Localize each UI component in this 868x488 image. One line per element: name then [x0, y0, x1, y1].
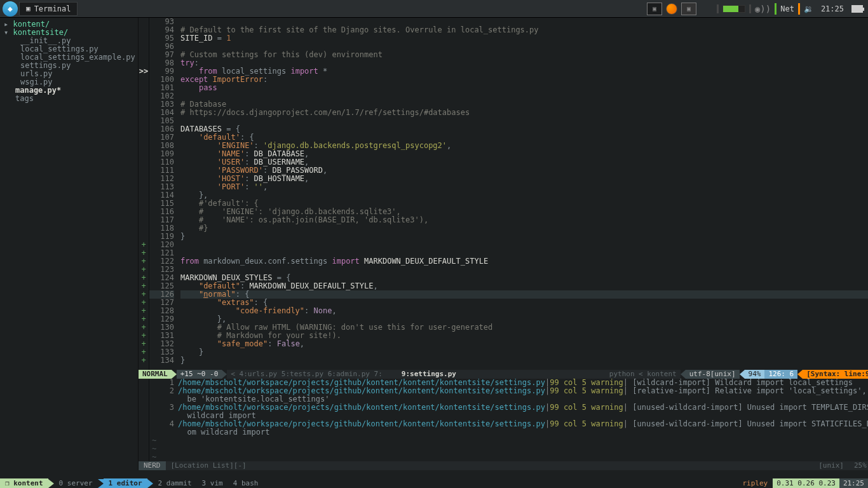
battery-icon: [851, 5, 863, 13]
app-menu-icon[interactable]: ◆: [3, 1, 18, 17]
volume-icon[interactable]: 🔉: [804, 4, 813, 13]
code-line[interactable]: except ImportError:: [180, 76, 868, 84]
syntax-warning[interactable]: [Syntax: line:99 (4)]: [803, 370, 868, 379]
mode-indicator: NORMAL: [139, 370, 172, 379]
loclist-pct: 25%: [849, 461, 868, 470]
tray-divider: [798, 3, 800, 15]
loclist-mode: NERD: [139, 461, 166, 470]
filetype-label: python < kontent: [609, 370, 677, 379]
code-line[interactable]: [180, 92, 868, 100]
code-line[interactable]: from local_settings import *: [180, 67, 868, 76]
code-line[interactable]: "default": MARKDOWN_DEUX_DEFAULT_STYLE,: [180, 282, 868, 290]
tmux-clock: 21:25: [839, 478, 868, 488]
encoding-label: utf-8[unix]: [686, 370, 740, 379]
loclist-row[interactable]: 1/home/mbscholt/workspace/projects/githu…: [139, 379, 868, 387]
code-line[interactable]: # https://docs.djangoproject.com/en/1.7/…: [180, 109, 868, 117]
inactive-buffers[interactable]: < 4:urls.py 5:tests.py 6:admin.py 7:: [231, 370, 382, 379]
code-content[interactable]: # Default to the first site of the Djang…: [178, 18, 868, 370]
code-line[interactable]: 'HOST': DB_HOSTNAME,: [180, 175, 868, 183]
tmux-session[interactable]: ❐ kontent: [0, 478, 48, 488]
desktop-taskbar: ◆ ▣ Terminal ▣ ▣ ◉)) Net 🔉 21:25: [0, 0, 868, 18]
tmux-hostname: ripley: [737, 478, 773, 488]
tmux-loadavg: 0.31 0.26 0.23: [773, 478, 839, 488]
tmux-session-icon: ❐: [5, 479, 13, 487]
code-line[interactable]: },: [180, 191, 868, 200]
code-line[interactable]: [180, 241, 868, 249]
loclist-row[interactable]: 4/home/mbscholt/workspace/projects/githu…: [139, 420, 868, 428]
code-line[interactable]: [180, 117, 868, 125]
code-editor[interactable]: >> +++++++++++++++ 939495969798991001011…: [139, 18, 868, 370]
loclist-title: [Location List][-]: [171, 461, 247, 470]
tmux-window[interactable]: 4 bash: [228, 478, 264, 488]
line-number-gutter: 9394959697989910010110210310410510610710…: [149, 18, 178, 370]
terminal-icon: ▣: [26, 4, 31, 13]
statusline: NORMAL +15 ~0 -0 < 4:urls.py 5:tests.py …: [139, 370, 868, 379]
active-buffer[interactable]: 9:settings.py: [402, 370, 456, 379]
loclist-statusline: NERD [Location List][-] [unix] 25% 1: 1: [139, 461, 868, 470]
buffer-list[interactable]: < 4:urls.py 5:tests.py 6:admin.py 7: 9:s…: [227, 370, 680, 379]
tmux-window[interactable]: 0 server: [54, 478, 98, 488]
percent-label: 94%: [745, 370, 765, 379]
line-col-label: 126: 6: [764, 370, 797, 379]
tray-divider: [775, 3, 776, 15]
taskbar-terminal-button[interactable]: ▣ Terminal: [19, 2, 78, 16]
tmux-window-list[interactable]: 0 server1 editor2 dammit3 vim4 bash: [54, 478, 264, 488]
sign-column: >> +++++++++++++++: [139, 18, 149, 370]
taskbar-terminal-label: Terminal: [34, 4, 71, 13]
code-line[interactable]: "code-friendly": None,: [180, 307, 868, 315]
code-line[interactable]: from markdown_deux.conf.settings import …: [180, 257, 868, 266]
wifi-icon[interactable]: ◉)): [755, 4, 771, 14]
git-hunks: +15 ~0 -0: [177, 370, 222, 379]
cpu-meter: [722, 5, 745, 13]
firefox-icon[interactable]: [666, 3, 677, 15]
code-line[interactable]: pass: [180, 84, 868, 92]
tray-workspace-1[interactable]: ▣: [647, 3, 662, 15]
code-line[interactable]: }: [180, 348, 868, 356]
location-list[interactable]: 1/home/mbscholt/workspace/projects/githu…: [139, 379, 868, 461]
net-label[interactable]: Net: [780, 4, 794, 13]
code-line[interactable]: DATABASES = {: [180, 125, 868, 133]
tmux-window[interactable]: 2 dammit: [153, 478, 197, 488]
code-line[interactable]: # Custom settings for this (dev) environ…: [180, 51, 868, 59]
code-line[interactable]: "normal": {: [180, 290, 868, 299]
tray-workspace-2[interactable]: ▣: [681, 3, 696, 15]
tray-separator: [749, 4, 751, 13]
tmux-statusbar: ❐ kontent 0 server1 editor2 dammit3 vim4…: [0, 478, 868, 488]
tray-separator: [717, 4, 719, 13]
code-line[interactable]: 'PORT': '',: [180, 183, 868, 191]
taskbar-clock: 21:25: [817, 4, 848, 13]
code-line[interactable]: "safe_mode": False,: [180, 340, 868, 348]
tmux-session-name: kontent: [13, 479, 43, 487]
code-line[interactable]: }: [180, 356, 868, 365]
code-line[interactable]: #}: [180, 224, 868, 233]
code-line[interactable]: SITE_ID = 1: [180, 34, 868, 43]
nerdtree-sidebar[interactable]: kontent/ kontentsite/ __init__.py local_…: [0, 18, 139, 470]
loclist-row[interactable]: 2/home/mbscholt/workspace/projects/githu…: [139, 387, 868, 395]
loclist-enc: [unix]: [813, 461, 849, 470]
tree-file[interactable]: tags: [1, 95, 137, 103]
code-line[interactable]: # Default to the first site of the Djang…: [180, 26, 868, 34]
loclist-row[interactable]: 3/home/mbscholt/workspace/projects/githu…: [139, 403, 868, 412]
tmux-window[interactable]: 3 vim: [197, 478, 228, 488]
code-line[interactable]: # 'NAME': os.path.join(BASE_DIR, 'db.sql…: [180, 216, 868, 224]
code-line[interactable]: }: [180, 233, 868, 241]
tmux-window[interactable]: 1 editor: [104, 478, 147, 488]
